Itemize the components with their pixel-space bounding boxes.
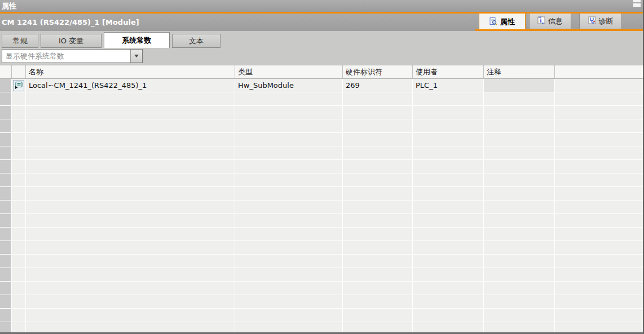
cell-empty (12, 228, 26, 241)
cell-empty (235, 228, 343, 241)
row-gutter (0, 79, 12, 92)
table-row-empty[interactable] (0, 201, 644, 214)
table-row-empty[interactable] (0, 268, 644, 282)
row-icon-cell[interactable] (12, 79, 26, 92)
table-row-empty[interactable] (0, 309, 644, 322)
table-row-empty[interactable] (0, 160, 644, 173)
table-row-empty[interactable] (0, 322, 644, 332)
table-row-system-constant[interactable]: Local~CM_1241_(RS422_485)_1 Hw_SubModule… (0, 79, 644, 92)
row-gutter (0, 160, 12, 173)
table-row-empty[interactable] (0, 146, 644, 160)
cell-empty (555, 228, 644, 241)
cell-empty (555, 160, 644, 173)
table-row-empty[interactable] (0, 214, 644, 228)
tab-io-tags-label: IO 变量 (59, 36, 83, 46)
cell-empty (343, 309, 413, 322)
cell-empty (343, 160, 413, 173)
cell-empty (413, 241, 484, 255)
row-gutter (0, 92, 12, 106)
cell-empty (413, 214, 484, 228)
cell-used-by[interactable]: PLC_1 (413, 79, 484, 92)
table-row-empty[interactable] (0, 282, 644, 295)
table-row-empty[interactable] (0, 255, 644, 268)
info-icon: i (537, 16, 545, 26)
cell-empty (12, 214, 26, 228)
cell-empty (26, 187, 235, 201)
cell-empty (26, 106, 235, 119)
cell-empty (235, 241, 343, 255)
cell-empty (12, 106, 26, 119)
table-row-empty[interactable] (0, 133, 644, 146)
system-constants-table: 名称 类型 硬件标识符 使用者 注释 Local~CM_1241_(RS422 (0, 65, 644, 332)
cell-empty (413, 282, 484, 295)
constants-filter-select[interactable]: 显示硬件系统常数 (2, 49, 143, 63)
table-row-empty[interactable] (0, 295, 644, 309)
column-header-type[interactable]: 类型 (235, 65, 343, 78)
cell-empty (343, 322, 413, 332)
tab-texts[interactable]: 文本 (172, 34, 220, 48)
row-gutter (0, 201, 12, 214)
cell-empty (26, 295, 235, 309)
diagnostics-icon (588, 16, 596, 26)
table-row-empty[interactable] (0, 173, 644, 187)
column-header-name[interactable]: 名称 (26, 65, 235, 78)
row-gutter (0, 268, 12, 282)
cell-empty (484, 228, 555, 241)
cell-hardware-id[interactable]: 269 (343, 79, 413, 92)
table-row-empty[interactable] (0, 241, 644, 255)
tab-properties[interactable]: 属性 (479, 14, 526, 31)
dock-window-icon[interactable] (633, 0, 641, 7)
cell-empty (484, 214, 555, 228)
cell-type[interactable]: Hw_SubModule (235, 79, 343, 92)
cell-empty (484, 255, 555, 268)
inspector-tab-strip: 属性 i 信息 诊断 (479, 14, 622, 29)
cell-empty (26, 255, 235, 268)
table-row-empty[interactable] (0, 187, 644, 201)
panel-title: 属性 (2, 1, 16, 11)
cell-empty (555, 119, 644, 133)
cell-empty (12, 322, 26, 332)
cell-empty (343, 282, 413, 295)
cell-empty (555, 295, 644, 309)
cell-empty (235, 173, 343, 187)
properties-magnifier-icon (489, 17, 497, 27)
row-gutter (0, 187, 12, 201)
tab-io-tags[interactable]: IO 变量 (41, 34, 102, 48)
constants-filter-value: 显示硬件系统常数 (2, 51, 130, 61)
tab-info[interactable]: i 信息 (529, 14, 571, 29)
panel-title-bar: 属性 (0, 0, 643, 12)
table-row-empty[interactable] (0, 106, 644, 119)
cell-empty (413, 255, 484, 268)
row-gutter (0, 282, 12, 295)
tab-texts-label: 文本 (189, 36, 204, 46)
column-header-comment[interactable]: 注释 (484, 65, 555, 78)
tab-general[interactable]: 常规 (2, 34, 38, 48)
tab-diagnostics[interactable]: 诊断 (579, 14, 622, 29)
tab-system-constants[interactable]: 系统常数 (104, 32, 170, 48)
cell-empty (343, 119, 413, 133)
table-row-empty[interactable] (0, 92, 644, 106)
cell-empty (12, 92, 26, 106)
cell-empty (555, 187, 644, 201)
table-row-empty[interactable] (0, 228, 644, 241)
cell-empty (484, 282, 555, 295)
cell-empty (343, 106, 413, 119)
cell-comment[interactable] (484, 79, 555, 92)
cell-empty (235, 309, 343, 322)
row-gutter (0, 106, 12, 119)
cell-empty (26, 160, 235, 173)
cell-empty (413, 322, 484, 332)
table-row-empty[interactable] (0, 119, 644, 133)
cell-empty (555, 268, 644, 282)
cell-empty (343, 201, 413, 214)
row-gutter (0, 322, 12, 332)
column-header-hardware-id[interactable]: 硬件标识符 (343, 65, 413, 78)
combo-dropdown-button[interactable] (130, 50, 142, 63)
column-header-used-by[interactable]: 使用者 (413, 65, 484, 78)
cell-empty (26, 146, 235, 160)
cell-empty (343, 187, 413, 201)
header-gutter (0, 65, 12, 78)
cell-empty (235, 187, 343, 201)
cell-empty (343, 255, 413, 268)
cell-name[interactable]: Local~CM_1241_(RS422_485)_1 (26, 79, 235, 92)
